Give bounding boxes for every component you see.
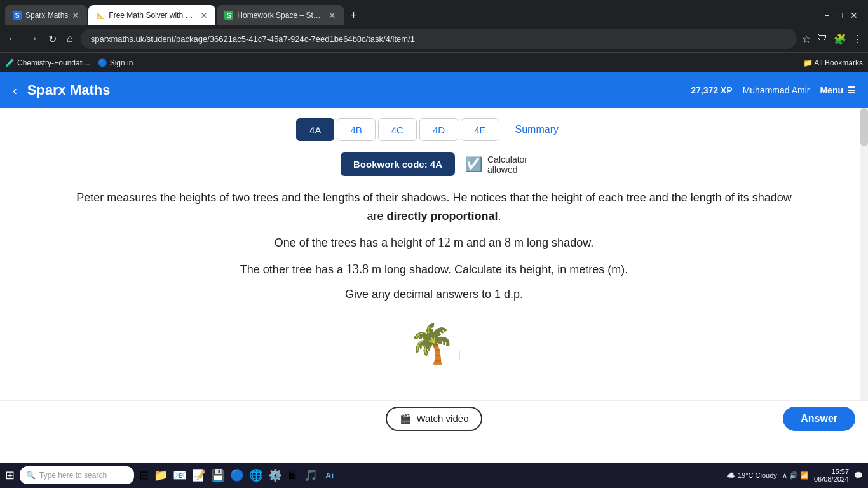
search-icon: 🔍 <box>26 471 36 480</box>
bookmark-signin[interactable]: 🔵 Sign in <box>98 58 133 67</box>
search-placeholder: Type here to search <box>39 471 107 480</box>
shield-icon: 🛡 <box>817 33 827 44</box>
tab-favicon-studyx: 📐 <box>96 11 105 20</box>
cloud-icon: ☁️ <box>726 471 735 480</box>
answer-button[interactable]: Answer <box>783 407 855 431</box>
height-marker: | <box>458 350 461 360</box>
bookmarks-bar: 🧪 Chemistry-Foundati... 🔵 Sign in 📁 All … <box>0 52 868 72</box>
problem-text-2: One of the trees has a height of 12 m an… <box>76 232 792 252</box>
toolbar-icons: ☆ 🛡 🧩 ⋮ <box>802 33 863 45</box>
notification-icon[interactable]: 💬 <box>854 471 863 480</box>
user-name: Muhammad Amir <box>743 85 810 95</box>
tab-4e[interactable]: 4E <box>461 118 499 141</box>
tab-close-homework[interactable]: ✕ <box>329 10 336 20</box>
tab-4b[interactable]: 4B <box>337 118 375 141</box>
chrome-icon[interactable]: 🌐 <box>249 468 263 482</box>
watch-video-button[interactable]: 🎬 Watch video <box>386 407 483 431</box>
new-tab-button[interactable]: + <box>345 9 362 22</box>
back-to-home-button[interactable]: ‹ <box>13 83 17 98</box>
settings-icon[interactable]: ⋮ <box>853 33 863 45</box>
drive-icon[interactable]: 💾 <box>211 468 225 482</box>
app-header: ‹ Sparx Maths 27,372 XP Muhammad Amir Me… <box>0 72 868 108</box>
address-bar-row: ← → ↻ ⌂ ☆ 🛡 🧩 ⋮ <box>0 25 868 52</box>
video-icon: 🎬 <box>400 413 412 424</box>
menu-button[interactable]: Menu ☰ <box>820 85 855 95</box>
tab-homework[interactable]: S Homework Space – StudyX ✕ <box>217 5 344 25</box>
scrollbar-thumb[interactable] <box>860 108 868 146</box>
problem-text-1: Peter measures the heights of two trees … <box>76 189 792 226</box>
forward-button[interactable]: → <box>25 30 41 47</box>
browser-chrome: S Sparx Maths ✕ 📐 Free Math Solver with … <box>0 0 868 72</box>
problem-text-4: Give any decimal answers to 1 d.p. <box>76 285 792 304</box>
taskbar-right: ☁️ 19°C Cloudy ∧ 🔊 📶 15:57 06/08/2024 💬 <box>726 468 863 483</box>
problem-area: Peter measures the heights of two trees … <box>0 182 868 316</box>
main-content: 4A 4B 4C 4D 4E Summary Bookwork code: 4A… <box>0 108 868 436</box>
problem-text-3: The other tree has a 13.8 m long shadow.… <box>76 259 792 279</box>
app-title: Sparx Maths <box>27 82 691 98</box>
tab-favicon-sparx: S <box>13 11 22 20</box>
menu-label: Menu <box>820 85 843 95</box>
tab-bar: S Sparx Maths ✕ 📐 Free Math Solver with … <box>0 0 868 25</box>
tab-close-studyx[interactable]: ✕ <box>200 10 208 20</box>
close-button[interactable]: ✕ <box>850 10 858 20</box>
maximize-button[interactable]: □ <box>837 10 843 20</box>
outlook-icon[interactable]: 📧 <box>173 468 187 482</box>
tab-title-homework: Homework Space – StudyX <box>237 11 325 20</box>
calculator-badge: ☑️ Calculator allowed <box>465 154 527 175</box>
system-icons: ∧ 🔊 📶 <box>782 471 809 480</box>
taskbar: ⊞ 🔍 Type here to search ⊟ 📁 📧 📝 💾 🔵 🌐 ⚙️… <box>0 463 868 488</box>
bookwork-code: Bookwork code: 4A <box>341 152 455 176</box>
star-icon[interactable]: ☆ <box>802 33 811 45</box>
minimize-button[interactable]: − <box>824 10 829 20</box>
shadow-value: 8 <box>505 235 511 249</box>
tree-image: 🌴 <box>408 322 456 367</box>
taskbar-search[interactable]: 🔍 Type here to search <box>20 466 134 484</box>
ai-label[interactable]: Ai <box>325 471 334 480</box>
all-bookmarks-link[interactable]: 📁 All Bookmarks <box>803 58 863 67</box>
app5-icon[interactable]: 🔵 <box>230 468 244 482</box>
tab-close-sparx[interactable]: ✕ <box>72 10 79 20</box>
window-controls: − □ ✕ <box>824 10 863 20</box>
tabs-row: 4A 4B 4C 4D 4E Summary <box>0 108 868 146</box>
settings-taskbar-icon[interactable]: ⚙️ <box>268 468 282 482</box>
taskbar-icons: ⊟ 📁 📧 📝 💾 🔵 🌐 ⚙️ 🖩 🎵 Ai <box>139 468 334 482</box>
height-value: 12 <box>438 235 451 249</box>
clock: 15:57 06/08/2024 <box>814 468 849 483</box>
calculator-text: Calculator allowed <box>487 154 527 175</box>
tab-sparx[interactable]: S Sparx Maths ✕ <box>5 5 87 25</box>
start-button[interactable]: ⊞ <box>5 468 15 482</box>
calculator-taskbar-icon[interactable]: 🖩 <box>287 469 299 482</box>
refresh-button[interactable]: ↻ <box>46 30 59 48</box>
explorer-icon[interactable]: 📁 <box>154 468 168 482</box>
bottom-bar: 🎬 Watch video Answer <box>0 400 868 436</box>
tab-4d[interactable]: 4D <box>419 118 458 141</box>
taskview-icon[interactable]: ⊟ <box>139 468 149 482</box>
tab-studyx[interactable]: 📐 Free Math Solver with StudyX M... ✕ <box>88 5 215 25</box>
menu-icon: ☰ <box>847 85 855 95</box>
weather-display: ☁️ 19°C Cloudy <box>726 471 777 480</box>
tab-title-studyx: Free Math Solver with StudyX M... <box>109 11 196 20</box>
xp-display: 27,372 XP <box>691 85 732 95</box>
address-input[interactable] <box>81 29 797 49</box>
calculator-icon: ☑️ <box>465 156 482 173</box>
bookmark-chemistry[interactable]: 🧪 Chemistry-Foundati... <box>5 58 90 67</box>
word-icon[interactable]: 📝 <box>192 468 206 482</box>
bookmark-favicon-signin: 🔵 <box>98 58 107 67</box>
tab-title-sparx: Sparx Maths <box>25 11 68 20</box>
tab-4c[interactable]: 4C <box>378 118 417 141</box>
app-header-right: 27,372 XP Muhammad Amir Menu ☰ <box>691 85 855 95</box>
extensions-icon[interactable]: 🧩 <box>834 33 846 45</box>
back-button[interactable]: ← <box>5 30 20 47</box>
home-button[interactable]: ⌂ <box>64 30 76 47</box>
spotify-icon[interactable]: 🎵 <box>304 468 318 482</box>
tab-favicon-homework: S <box>224 11 233 20</box>
shadow2-value: 13.8 <box>346 262 369 276</box>
tab-summary[interactable]: Summary <box>502 118 572 141</box>
bookmark-favicon-chemistry: 🧪 <box>5 58 15 67</box>
tab-4a[interactable]: 4A <box>296 118 334 141</box>
image-area: 🌴 | <box>0 316 868 367</box>
scrollbar[interactable] <box>860 108 868 400</box>
bookwork-row: Bookwork code: 4A ☑️ Calculator allowed <box>0 146 868 182</box>
